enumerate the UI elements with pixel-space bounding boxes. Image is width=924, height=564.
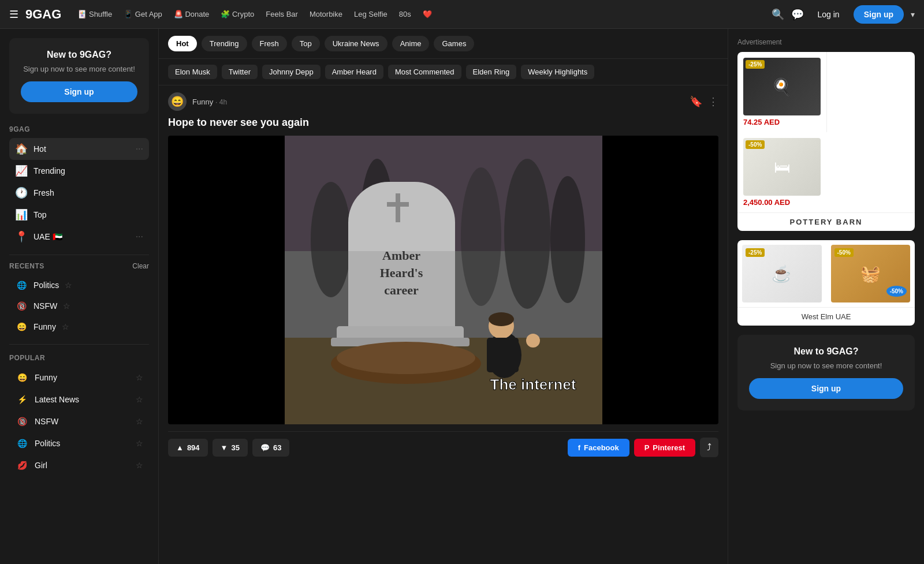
- star-icon[interactable]: ☆: [65, 281, 72, 290]
- nav-leg-selfie[interactable]: Leg Selfie: [349, 6, 392, 22]
- ad-item-basket[interactable]: -50% 🧺 -50%: [826, 240, 915, 307]
- svg-point-4: [311, 182, 351, 297]
- svg-text:Amber: Amber: [382, 248, 420, 263]
- recents-header: Recents Clear: [9, 262, 149, 270]
- menu-icon[interactable]: ☰: [9, 8, 18, 21]
- nav-feels-bar[interactable]: Feels Bar: [261, 6, 303, 22]
- subtag-amber-heard[interactable]: Amber Heard: [325, 65, 383, 79]
- popular-girl-label: Girl: [35, 461, 130, 470]
- sidebar-signup-subtitle: Sign up now to see more content!: [21, 65, 137, 73]
- uae-more-icon[interactable]: ···: [136, 231, 143, 242]
- star-icon-funny[interactable]: ☆: [62, 322, 69, 331]
- sidebar-item-fresh[interactable]: 🕐 Fresh: [9, 182, 149, 204]
- popular-item-funny[interactable]: 😄 Funny ☆: [9, 367, 149, 389]
- subtag-johnny-depp[interactable]: Johnny Depp: [262, 65, 321, 79]
- share-facebook-button[interactable]: f Facebook: [568, 439, 629, 457]
- popular-item-politics-popular[interactable]: 🌐 Politics ☆: [9, 432, 149, 454]
- comment-button[interactable]: 💬 63: [252, 439, 289, 457]
- recent-politics-label: Politics: [33, 281, 59, 290]
- subtag-weekly-highlights[interactable]: Weekly Highlights: [521, 65, 594, 79]
- star-girl-popular[interactable]: ☆: [136, 461, 143, 470]
- messages-icon[interactable]: 💬: [791, 8, 804, 21]
- nav-motorbike[interactable]: Motorbike: [305, 6, 347, 22]
- filter-hot[interactable]: Hot: [168, 36, 197, 51]
- nav-donate[interactable]: 🚨 Donate: [169, 6, 214, 22]
- girl-icon: 💋: [15, 458, 29, 472]
- sidebar-item-trending[interactable]: 📈 Trending: [9, 160, 149, 182]
- filter-anime[interactable]: Anime: [392, 36, 430, 51]
- recent-funny-label: Funny: [33, 322, 56, 331]
- sidebar-signup-button[interactable]: Sign up: [21, 81, 137, 102]
- nav-crypto[interactable]: 🧩 Crypto: [216, 6, 259, 22]
- subtag-twitter[interactable]: Twitter: [222, 65, 258, 79]
- more-icon[interactable]: ···: [136, 144, 143, 154]
- downvote-button[interactable]: ▼ 35: [213, 439, 248, 457]
- recent-item-politics[interactable]: 🌐 Politics ☆: [9, 275, 149, 296]
- ad-badge-1: -25%: [746, 60, 765, 69]
- filter-ukraine[interactable]: Ukraine News: [325, 36, 388, 51]
- filter-fresh[interactable]: Fresh: [252, 36, 287, 51]
- logo[interactable]: 9GAG: [25, 7, 61, 22]
- login-button[interactable]: Log in: [811, 6, 847, 23]
- nav-heart[interactable]: ❤️: [418, 6, 437, 22]
- post-avatar: 😄: [168, 92, 187, 111]
- post-container: 😄 Funny · 4h 🔖 ⋮ Hope to never see you a…: [159, 85, 728, 463]
- news-icon: ⚡: [15, 393, 29, 406]
- sidebar-trending-label: Trending: [33, 166, 143, 175]
- nav-get-app[interactable]: 📱 Get App: [119, 6, 167, 22]
- more-options-icon[interactable]: ⋮: [708, 95, 718, 108]
- sidebar-fresh-label: Fresh: [33, 188, 143, 197]
- svg-point-22: [489, 312, 514, 326]
- subtag-most-commented[interactable]: Most Commented: [388, 65, 461, 79]
- recent-nsfw-label: NSFW: [33, 301, 57, 311]
- chevron-down-icon[interactable]: ▾: [911, 10, 915, 19]
- topbar-actions: 🔍 💬 Log in Sign up ▾: [772, 5, 915, 24]
- popular-item-girl[interactable]: 💋 Girl ☆: [9, 454, 149, 476]
- popular-politics-label: Politics: [35, 439, 130, 448]
- ad-item-cookware[interactable]: -25% 🍳 74.25 AED: [737, 52, 826, 132]
- svg-point-19: [337, 342, 475, 374]
- sidebar-item-top[interactable]: 📊 Top: [9, 204, 149, 226]
- ad-badge-basket: -50%: [834, 248, 854, 257]
- ad-item-mug[interactable]: -25% ☕: [737, 240, 826, 307]
- star-politics-popular[interactable]: ☆: [136, 439, 143, 448]
- star-news-popular[interactable]: ☆: [136, 395, 143, 404]
- subtag-elon-musk[interactable]: Elon Musk: [168, 65, 217, 79]
- star-funny-popular[interactable]: ☆: [136, 373, 143, 382]
- svg-rect-13: [396, 193, 400, 222]
- ad-badge-mug: -25%: [746, 248, 765, 257]
- popular-item-nsfw-popular[interactable]: 🔞 NSFW ☆: [9, 410, 149, 432]
- bar-chart-icon: 📊: [15, 208, 28, 221]
- right-signup-button[interactable]: Sign up: [749, 378, 903, 399]
- post-category[interactable]: Funny: [192, 98, 213, 106]
- clock-icon: 🕐: [15, 186, 28, 199]
- ad-cookware-price: 74.25 AED: [743, 118, 821, 126]
- filter-top[interactable]: Top: [292, 36, 320, 51]
- ad-item-bed[interactable]: -50% 🛏 2,450.00 AED: [737, 132, 826, 212]
- star-nsfw-popular[interactable]: ☆: [136, 417, 143, 426]
- post-footer: ▲ 894 ▼ 35 💬 63 f Facebook P Pinteres: [168, 431, 718, 463]
- right-sidebar: Advertisement -25% 🍳 74.25 AED -50% 🛏 2,…: [728, 29, 924, 564]
- share-more-button[interactable]: ⤴: [700, 438, 718, 457]
- upvote-button[interactable]: ▲ 894: [168, 439, 208, 457]
- filter-games[interactable]: Games: [434, 36, 474, 51]
- sidebar: New to 9GAG? Sign up now to see more con…: [0, 29, 159, 564]
- post-title: Hope to never see you again: [168, 117, 718, 129]
- nav-shuffle[interactable]: 🃏 Shuffle: [73, 6, 117, 22]
- nav-80s[interactable]: 80s: [394, 6, 416, 22]
- popular-item-latest-news[interactable]: ⚡ Latest News ☆: [9, 389, 149, 410]
- recent-item-nsfw[interactable]: 🔞 NSFW ☆: [9, 296, 149, 316]
- ad-badge-2: -50%: [746, 140, 765, 149]
- filter-trending[interactable]: Trending: [202, 36, 247, 51]
- subtag-elden-ring[interactable]: Elden Ring: [466, 65, 517, 79]
- recents-clear-button[interactable]: Clear: [132, 262, 149, 270]
- sidebar-item-hot[interactable]: 🏠 Hot ···: [9, 138, 149, 160]
- search-icon[interactable]: 🔍: [772, 8, 784, 21]
- sidebar-item-uae[interactable]: 📍 UAE 🇦🇪 ···: [9, 226, 149, 248]
- svg-point-24: [526, 334, 540, 348]
- recent-item-funny[interactable]: 😄 Funny ☆: [9, 316, 149, 337]
- signup-button[interactable]: Sign up: [854, 5, 904, 24]
- star-icon-nsfw[interactable]: ☆: [63, 301, 70, 311]
- bookmark-icon[interactable]: 🔖: [690, 95, 702, 108]
- share-pinterest-button[interactable]: P Pinterest: [634, 439, 695, 457]
